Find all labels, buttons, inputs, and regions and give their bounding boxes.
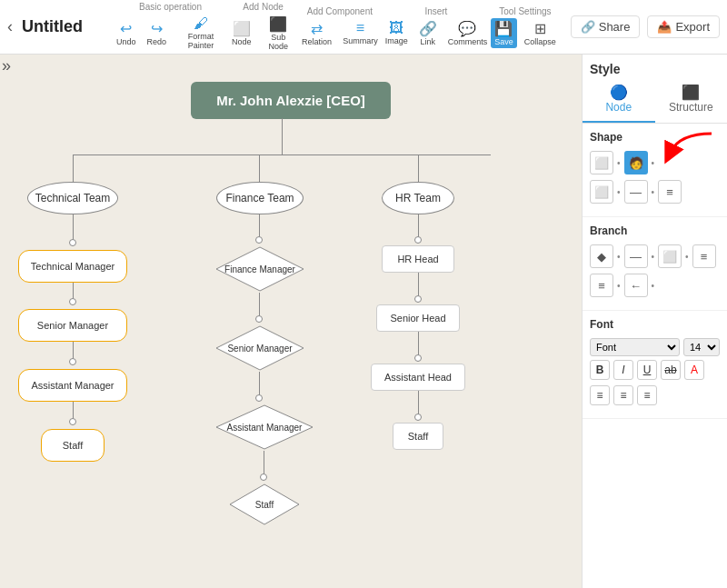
finance-team-label: Finance Team [225, 192, 294, 204]
undo-button[interactable]: ↩ Undo [113, 18, 140, 48]
node-button[interactable]: ⬜ Node [228, 18, 255, 48]
tech-assistant-node[interactable]: Assistant Manager [18, 369, 127, 402]
comments-button[interactable]: 💬 Comments [444, 18, 492, 48]
toolbar-group-insert: Insert 🖼 Image 🔗 Link 💬 Comments [382, 6, 492, 48]
connector-hr-down4 [418, 391, 419, 416]
save-label: Save [494, 37, 513, 46]
relation-button[interactable]: ⇄ Relation [298, 18, 335, 48]
link-button[interactable]: 🔗 Link [415, 18, 441, 48]
tech-manager-node[interactable]: Technical Manager [18, 250, 127, 283]
align-center-btn[interactable]: ≡ [613, 385, 633, 405]
hr-staff-node[interactable]: Staff [393, 423, 443, 450]
structure-tab-icon: ⬛ [659, 84, 724, 101]
hr-assistant-node[interactable]: Assistant Head [371, 364, 465, 391]
italic-btn[interactable]: I [613, 360, 633, 380]
hr-senior-node[interactable]: Senior Head [376, 304, 460, 332]
branch-btn-3[interactable]: ⬜ [658, 244, 682, 268]
toolbar-group-addnode: Add Node ⬜ Node ⬛ Sub Node [228, 2, 298, 53]
branch-btn-4[interactable]: ≡ [692, 244, 716, 268]
link-label: Link [420, 37, 435, 46]
connector-tech-down1 [73, 214, 74, 242]
tab-node[interactable]: 🔵 Node [583, 76, 655, 123]
strikethrough-btn[interactable]: ab [661, 360, 681, 380]
tech-team-ellipse[interactable]: Technical Team [27, 182, 118, 214]
ceo-node[interactable]: Mr. John Alexzie [CEO] [191, 82, 391, 119]
font-style-row: B I U ab A [590, 360, 720, 380]
bold-btn[interactable]: B [590, 360, 610, 380]
link-icon: 🔗 [419, 20, 437, 37]
share-button[interactable]: 🔗 Share [571, 15, 641, 38]
tech-senior-label: Senior Manager [37, 320, 108, 331]
branch-btn-2[interactable]: — [624, 244, 648, 268]
tool-settings-group: Tool Settings 💾 Save ⊞ Collapse [491, 6, 560, 48]
branch-row-2: ≡ • ← • [590, 274, 720, 297]
shape-btn-1[interactable]: ⬜ [590, 151, 613, 174]
hr-staff-label: Staff [408, 431, 428, 442]
summary-button[interactable]: ≡ Summary [339, 18, 382, 47]
shape-btn-5[interactable]: ≡ [658, 180, 682, 204]
tech-team-label: Technical Team [35, 192, 111, 204]
underline-btn[interactable]: U [637, 360, 657, 380]
undo-icon: ↩ [120, 20, 132, 37]
export-icon: 📤 [657, 20, 672, 34]
shape-dot-3: • [617, 187, 621, 197]
addnode-label: Add Node [243, 2, 283, 12]
finance-staff-diamond[interactable]: Staff [228, 483, 301, 526]
circle-tech-2 [69, 298, 76, 305]
shape-btn-3[interactable]: ⬜ [590, 180, 613, 204]
tab-structure[interactable]: ⬛ Structure [655, 76, 728, 123]
node-tab-label: Node [605, 101, 632, 114]
finance-senior-diamond[interactable]: Senior Manager [214, 324, 305, 372]
circle-hr-2 [414, 295, 422, 303]
back-button[interactable]: ‹ [7, 17, 13, 36]
tech-senior-node[interactable]: Senior Manager [18, 309, 127, 342]
tech-staff-label: Staff [63, 440, 83, 451]
font-select-row: Font 14 [590, 338, 720, 356]
node-tab-icon: 🔵 [586, 84, 652, 101]
connector-finance-down2 [259, 293, 260, 318]
image-label: Image [385, 36, 408, 45]
format-painter-label: Format Painter [177, 32, 224, 50]
finance-team-ellipse[interactable]: Finance Team [216, 182, 304, 214]
finance-manager-diamond[interactable]: Finance Manager [214, 245, 305, 293]
save-button[interactable]: 💾 Save [491, 18, 517, 48]
export-button[interactable]: 📤 Export [647, 15, 720, 38]
collapse-button[interactable]: ⊞ Collapse [521, 18, 560, 48]
redo-label: Redo [147, 37, 167, 46]
canvas-collapse-btn[interactable]: » [2, 56, 11, 75]
image-button[interactable]: 🖼 Image [382, 18, 412, 47]
hr-head-node[interactable]: HR Head [382, 245, 454, 273]
branch-dot-2: • [652, 252, 655, 262]
connector-finance-down4 [264, 451, 264, 476]
branch-btn-1[interactable]: ◆ [590, 244, 613, 268]
connector-hr-down3 [418, 332, 419, 357]
hr-team-ellipse[interactable]: HR Team [382, 182, 454, 214]
finance-assistant-diamond[interactable]: Assistant Manager [214, 404, 314, 451]
svg-text:Finance Manager: Finance Manager [224, 264, 295, 274]
hr-team-label: HR Team [395, 192, 441, 204]
format-painter-button[interactable]: 🖌 Format Painter [174, 14, 228, 52]
canvas[interactable]: Mr. John Alexzie [CEO] Technical Team Te… [0, 55, 582, 588]
branch-btn-6[interactable]: ← [624, 274, 648, 297]
shape-btn-4[interactable]: — [624, 180, 648, 204]
align-left-btn[interactable]: ≡ [590, 385, 610, 405]
font-select[interactable]: Font [590, 338, 680, 356]
toolbar-group-addcomponent: Add Component ⇄ Relation ≡ Summary [298, 6, 382, 48]
branch-btn-5[interactable]: ≡ [590, 274, 613, 297]
circle-finance-1 [255, 236, 263, 244]
subnode-button[interactable]: ⬛ Sub Node [259, 14, 299, 53]
shape-btn-2-selected[interactable]: 🧑 [624, 151, 648, 174]
svg-text:Assistant Manager: Assistant Manager [227, 423, 303, 433]
tech-staff-node[interactable]: Staff [41, 429, 105, 462]
collapse-label: Collapse [524, 37, 556, 46]
share-icon: 🔗 [581, 20, 595, 34]
align-right-btn[interactable]: ≡ [637, 385, 657, 405]
font-size-select[interactable]: 14 [683, 338, 720, 356]
connector-h-main [73, 154, 491, 155]
shape-dot-2: • [652, 158, 655, 168]
connector-finance-down3 [259, 372, 260, 397]
font-color-btn[interactable]: A [684, 360, 704, 380]
redo-button[interactable]: ↪ Redo [144, 18, 171, 48]
app-title: Untitled [22, 17, 95, 36]
hr-assistant-label: Assistant Head [384, 372, 452, 383]
